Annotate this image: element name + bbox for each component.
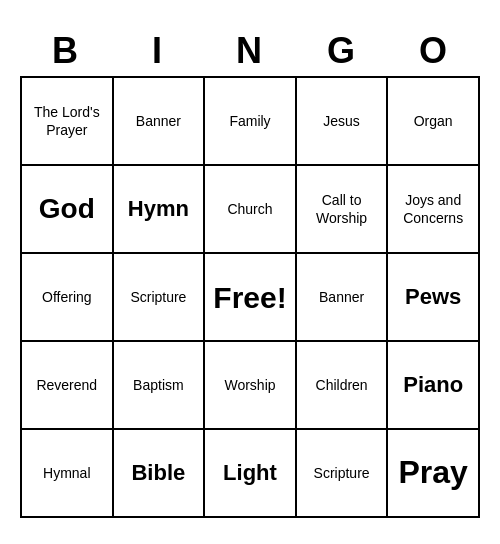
cell-text: Family [229, 112, 270, 130]
bingo-cell: Children [297, 342, 389, 430]
bingo-cell: Hymn [114, 166, 206, 254]
bingo-cell: Free! [205, 254, 297, 342]
cell-text: Worship [224, 376, 275, 394]
cell-text: God [39, 191, 95, 227]
cell-text: Offering [42, 288, 92, 306]
bingo-cell: God [22, 166, 114, 254]
bingo-card: BINGO The Lord's PrayerBannerFamilyJesus… [20, 26, 480, 518]
cell-text: Free! [213, 278, 286, 317]
cell-text: Organ [414, 112, 453, 130]
cell-text: Children [316, 376, 368, 394]
cell-text: Scripture [314, 464, 370, 482]
cell-text: Bible [131, 459, 185, 488]
bingo-header: BINGO [20, 26, 480, 76]
cell-text: Banner [319, 288, 364, 306]
cell-text: Call to Worship [301, 191, 383, 227]
bingo-cell: Family [205, 78, 297, 166]
header-letter: B [20, 26, 112, 76]
header-letter: I [112, 26, 204, 76]
cell-text: Banner [136, 112, 181, 130]
bingo-cell: The Lord's Prayer [22, 78, 114, 166]
bingo-cell: Piano [388, 342, 480, 430]
cell-text: Joys and Concerns [392, 191, 474, 227]
cell-text: Jesus [323, 112, 360, 130]
cell-text: Pray [398, 452, 467, 494]
bingo-cell: Call to Worship [297, 166, 389, 254]
bingo-cell: Light [205, 430, 297, 518]
cell-text: Scripture [130, 288, 186, 306]
cell-text: Light [223, 459, 277, 488]
cell-text: Pews [405, 283, 461, 312]
bingo-cell: Baptism [114, 342, 206, 430]
cell-text: Baptism [133, 376, 184, 394]
bingo-cell: Church [205, 166, 297, 254]
bingo-cell: Banner [297, 254, 389, 342]
cell-text: Hymnal [43, 464, 90, 482]
bingo-cell: Joys and Concerns [388, 166, 480, 254]
cell-text: Piano [403, 371, 463, 400]
bingo-cell: Bible [114, 430, 206, 518]
bingo-cell: Pray [388, 430, 480, 518]
cell-text: Reverend [36, 376, 97, 394]
header-letter: N [204, 26, 296, 76]
bingo-cell: Jesus [297, 78, 389, 166]
bingo-cell: Offering [22, 254, 114, 342]
bingo-cell: Reverend [22, 342, 114, 430]
bingo-cell: Worship [205, 342, 297, 430]
bingo-cell: Hymnal [22, 430, 114, 518]
header-letter: G [296, 26, 388, 76]
bingo-grid: The Lord's PrayerBannerFamilyJesusOrganG… [20, 76, 480, 518]
bingo-cell: Scripture [297, 430, 389, 518]
bingo-cell: Pews [388, 254, 480, 342]
header-letter: O [388, 26, 480, 76]
cell-text: Hymn [128, 195, 189, 224]
cell-text: Church [227, 200, 272, 218]
bingo-cell: Scripture [114, 254, 206, 342]
bingo-cell: Organ [388, 78, 480, 166]
bingo-cell: Banner [114, 78, 206, 166]
cell-text: The Lord's Prayer [26, 103, 108, 139]
